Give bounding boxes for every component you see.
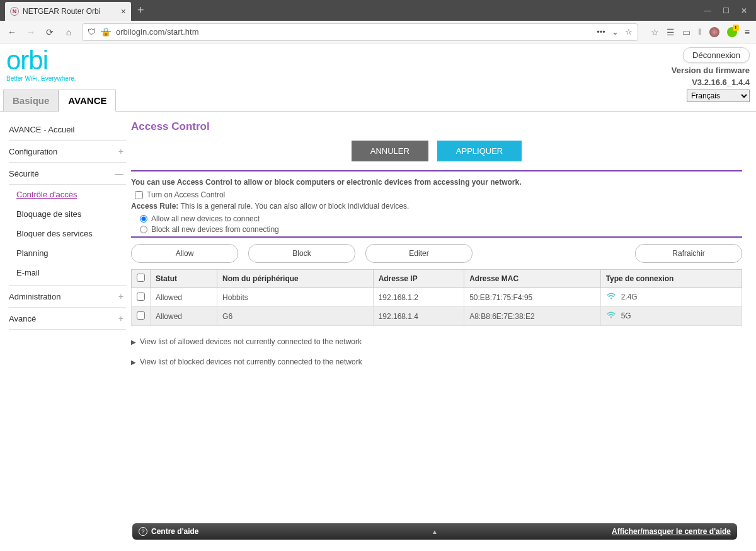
- table-row[interactable]: Allowed G6 192.168.1.4 A8:B8:6E:7E:38:E2…: [132, 307, 742, 326]
- forward-button: →: [25, 27, 37, 37]
- url-bar[interactable]: 🛡 🔒 orbilogin.com/start.htm ••• ⌄ ☆: [82, 23, 638, 41]
- sidebar-label-admin: Administration: [9, 292, 60, 301]
- radio-block-row[interactable]: Block all new devices from connecting: [140, 225, 742, 234]
- view-blocked-link[interactable]: ▶ View list of blocked devices not curre…: [131, 357, 742, 366]
- col-ip: Adresse IP: [373, 270, 464, 288]
- page-header: orbi Better WiFi. Everywhere. Déconnexio…: [0, 44, 756, 112]
- sidebar-item-securite[interactable]: Sécurité —: [9, 163, 126, 185]
- hamburger-menu-icon[interactable]: ≡: [745, 27, 750, 37]
- more-icon[interactable]: •••: [597, 27, 605, 37]
- help-icon[interactable]: ?: [139, 527, 147, 536]
- close-tab-icon[interactable]: ×: [121, 6, 126, 16]
- maximize-button[interactable]: ☐: [723, 6, 730, 15]
- tab-title: NETGEAR Router Orbi: [23, 7, 100, 16]
- new-tab-button[interactable]: +: [137, 4, 144, 17]
- browser-toolbar: ☆ ☰ ▭ ⦀ ≡: [646, 26, 750, 37]
- cancel-button[interactable]: ANNULER: [352, 141, 428, 161]
- reload-button[interactable]: ⟳: [44, 27, 55, 37]
- sidebar-item-administration[interactable]: Administration +: [9, 286, 126, 308]
- turn-on-checkbox-row[interactable]: Turn on Access Control: [135, 190, 742, 199]
- avatar-icon[interactable]: [709, 27, 719, 37]
- access-rule-rest: This is a general rule. You can also all…: [178, 202, 409, 211]
- apply-button[interactable]: APPLIQUER: [437, 141, 522, 161]
- logo-tagline: Better WiFi. Everywhere.: [6, 75, 76, 82]
- home-button[interactable]: ⌂: [63, 27, 74, 37]
- language-select[interactable]: Français: [687, 90, 750, 102]
- sidebar-sub-access-control[interactable]: Contrôle d'accès: [9, 185, 126, 204]
- device-table: Statut Nom du périphérique Adresse IP Ad…: [131, 269, 742, 326]
- toggle-help-link[interactable]: Afficher/masquer le centre d'aide: [612, 527, 731, 536]
- col-name: Nom du périphérique: [217, 270, 374, 288]
- sidebar-item-home[interactable]: AVANCE - Accueil: [9, 119, 126, 141]
- content-panel: Access Control ANNULER APPLIQUER You can…: [126, 112, 756, 535]
- browser-tab[interactable]: N NETGEAR Router Orbi ×: [5, 2, 131, 21]
- cell-name: Hobbits: [217, 288, 374, 307]
- cell-ip: 192.168.1.4: [373, 307, 464, 326]
- minimize-button[interactable]: —: [704, 6, 711, 15]
- access-rule-bold: Access Rule:: [131, 202, 178, 211]
- view-allowed-text: View list of allowed devices not current…: [140, 337, 362, 346]
- bookmarks-icon[interactable]: ☆: [651, 27, 659, 37]
- sidebar-label-security: Sécurité: [9, 169, 39, 178]
- wifi-icon: [606, 311, 617, 322]
- cell-conn-text: 2.4G: [621, 293, 638, 301]
- chevron-up-icon[interactable]: ▲: [432, 528, 438, 535]
- pocket-icon[interactable]: ⌄: [612, 27, 619, 37]
- back-button[interactable]: ←: [6, 27, 18, 37]
- browser-tab-bar: N NETGEAR Router Orbi × + — ☐ ✕: [0, 0, 756, 21]
- cell-conn: 5G: [600, 307, 742, 326]
- cell-mac: 50:EB:71:75:F4:95: [464, 288, 600, 307]
- row-checkbox[interactable]: [137, 311, 145, 320]
- sidebar-item-configuration[interactable]: Configuration +: [9, 141, 126, 163]
- sidebar-label-advanced: Avancé: [9, 314, 36, 323]
- lock-slash-icon[interactable]: 🔒: [101, 27, 111, 37]
- tab-basique[interactable]: Basique: [3, 90, 59, 112]
- page-title: Access Control: [131, 120, 742, 133]
- radio-block[interactable]: [140, 226, 147, 233]
- radio-allow[interactable]: [140, 215, 147, 223]
- radio-allow-row[interactable]: Allow all new devices to connect: [140, 214, 742, 223]
- library-icon[interactable]: ☰: [667, 27, 675, 37]
- sidebar-icon[interactable]: ▭: [682, 27, 690, 37]
- close-window-button[interactable]: ✕: [741, 6, 747, 15]
- sidebar-sub-block-services[interactable]: Bloquer des services: [9, 224, 126, 243]
- sidebar-sub-email[interactable]: E-mail: [9, 263, 126, 282]
- edit-button[interactable]: Editer: [365, 244, 472, 263]
- sidebar-label-config: Configuration: [9, 147, 57, 156]
- favicon-icon: N: [10, 7, 19, 16]
- divider: [131, 236, 742, 238]
- sidebar-sub-block-sites[interactable]: Bloquage de sites: [9, 204, 126, 224]
- plus-icon: +: [118, 146, 123, 156]
- allow-button[interactable]: Allow: [131, 244, 238, 263]
- help-label[interactable]: Centre d'aide: [151, 527, 199, 536]
- shield-icon[interactable]: 🛡: [88, 27, 96, 37]
- cell-status: Allowed: [151, 307, 217, 326]
- main-tabs: Basique AVANCE: [3, 90, 116, 112]
- extension-badge-icon[interactable]: [727, 27, 737, 37]
- radio-allow-label: Allow all new devices to connect: [151, 214, 260, 223]
- cell-status: Allowed: [151, 288, 217, 307]
- view-allowed-link[interactable]: ▶ View list of allowed devices not curre…: [131, 337, 742, 346]
- sidebar: AVANCE - Accueil Configuration + Sécurit…: [0, 112, 126, 535]
- turn-on-checkbox[interactable]: [135, 191, 143, 199]
- sidebar-item-avance[interactable]: Avancé +: [9, 308, 126, 330]
- col-status: Statut: [151, 270, 217, 288]
- row-checkbox[interactable]: [137, 293, 145, 301]
- cell-conn: 2.4G: [600, 288, 742, 307]
- triangle-right-icon: ▶: [131, 359, 136, 366]
- browser-nav-bar: ← → ⟳ ⌂ 🛡 🔒 orbilogin.com/start.htm ••• …: [0, 21, 756, 44]
- sidebar-label-home: AVANCE - Accueil: [9, 125, 74, 134]
- select-all-checkbox[interactable]: [137, 274, 145, 282]
- refresh-button[interactable]: Rafraichir: [635, 244, 742, 263]
- logout-button[interactable]: Déconnexion: [683, 47, 750, 63]
- menu-icon[interactable]: ⦀: [698, 26, 702, 37]
- table-row[interactable]: Allowed Hobbits 192.168.1.2 50:EB:71:75:…: [132, 288, 742, 307]
- triangle-right-icon: ▶: [131, 339, 136, 345]
- tab-avance[interactable]: AVANCE: [59, 90, 116, 112]
- window-controls: — ☐ ✕: [695, 6, 756, 15]
- sidebar-sub-planning[interactable]: Planning: [9, 243, 126, 263]
- bookmark-star-icon[interactable]: ☆: [625, 27, 633, 37]
- cell-mac: A8:B8:6E:7E:38:E2: [464, 307, 600, 326]
- block-button[interactable]: Block: [248, 244, 355, 263]
- plus-icon: +: [118, 313, 123, 323]
